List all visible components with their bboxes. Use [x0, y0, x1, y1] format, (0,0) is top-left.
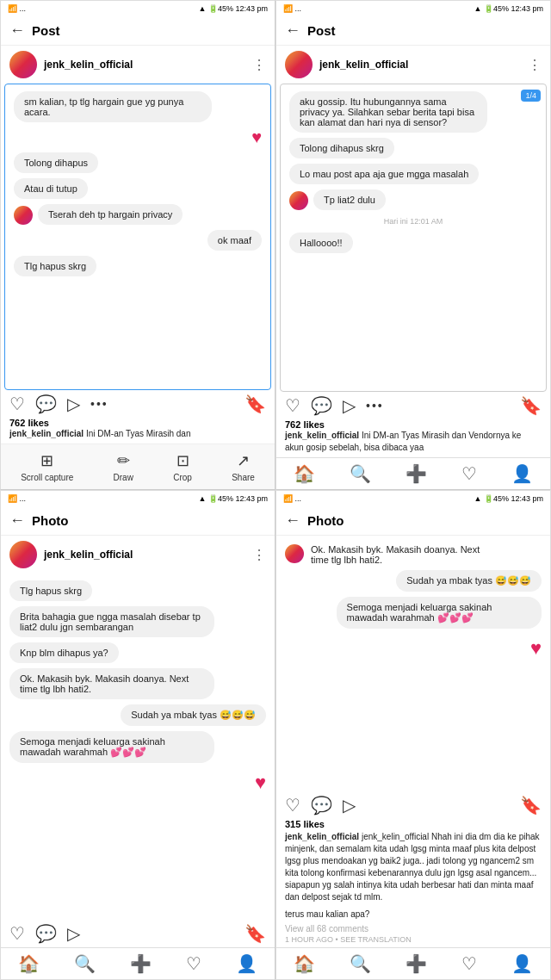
msg-1-4: Tserah deh tp hargain privacy — [38, 204, 183, 225]
home-nav-3[interactable]: 🏠 — [18, 953, 40, 974]
more-options-1[interactable]: ⋮ — [252, 57, 266, 73]
msg-3-4: Ok. Makasih byk. Makasih doanya. Next ti… — [9, 668, 214, 699]
caption-1: jenk_kelin_official Ini DM-an Tyas Miras… — [1, 428, 275, 443]
comment-icon-4[interactable]: 💬 — [311, 795, 332, 816]
status-bar-1: 📶 ... ▲ 🔋45% 12:43 pm — [1, 1, 275, 16]
actions-row-1: ♡ 💬 ▷ ••• 🔖 — [1, 390, 275, 418]
caption-username-4: jenk_kelin_official — [285, 832, 359, 841]
username-1[interactable]: jenk_kelin_official — [44, 59, 245, 71]
status-time-4: ▲ 🔋45% 12:43 pm — [474, 494, 543, 503]
avatar-1 — [9, 51, 37, 78]
add-nav-4[interactable]: ➕ — [406, 953, 427, 974]
small-avatar-2 — [289, 191, 308, 210]
search-nav-2[interactable]: 🔍 — [350, 463, 371, 484]
share-btn[interactable]: ↗ Share — [232, 451, 255, 482]
caption-text-1: Ini DM-an Tyas Mirasih dan — [86, 429, 191, 438]
msg-1-6: Tlg hapus skrg — [14, 256, 96, 276]
share-icon-2[interactable]: ▷ — [343, 395, 356, 416]
photo-title-3: Photo — [32, 513, 69, 528]
back-button-1[interactable]: ← — [9, 22, 25, 40]
comment-icon-3[interactable]: 💬 — [35, 923, 57, 944]
photo-title-4: Photo — [307, 513, 344, 528]
user-row-2: jenk_kelin_official ⋮ — [276, 46, 550, 84]
panel-bottom-left: 📶 ... ▲ 🔋45% 12:43 pm ← Photo jenk_kelin… — [0, 490, 276, 980]
add-nav-3[interactable]: ➕ — [130, 953, 152, 974]
status-icons-2: 📶 ... — [283, 4, 301, 13]
timestamp-2: Hari ini 12:01 AM — [289, 217, 537, 226]
bookmark-icon-4[interactable]: 🔖 — [520, 795, 542, 816]
likes-count-4: 315 likes — [276, 819, 550, 829]
more-action-1[interactable]: ••• — [90, 397, 108, 411]
view-comments-4[interactable]: View all 68 comments — [276, 924, 550, 935]
page-badge: 1/4 — [521, 90, 541, 102]
status-left-1: 📶 ... — [8, 4, 26, 13]
like-icon-1[interactable]: ♡ — [9, 394, 25, 414]
post-header-1: ← Post — [1, 16, 275, 46]
like-icon-2[interactable]: ♡ — [285, 395, 300, 416]
status-right-3: ▲ 🔋45% 12:43 pm — [199, 494, 268, 503]
more-options-2[interactable]: ⋮ — [528, 57, 542, 73]
msg-4-1-row: Ok. Makasih byk. Makasih doanya. Next ti… — [285, 544, 542, 565]
more-action-2[interactable]: ••• — [366, 399, 384, 412]
long-caption-4: jenk_kelin_official jenk_kelin_official … — [276, 829, 550, 907]
actions-row-4: ♡ 💬 ▷ 🔖 — [276, 791, 550, 819]
status-left-3: 📶 ... — [8, 494, 26, 503]
search-nav-4[interactable]: 🔍 — [350, 953, 371, 974]
crop-label: Crop — [173, 473, 192, 482]
msg-3-3: Knp blm dihapus ya? — [9, 642, 119, 663]
post-title-1: Post — [32, 23, 266, 38]
profile-nav-2[interactable]: 👤 — [511, 463, 533, 484]
status-right-2: ▲ 🔋45% 12:43 pm — [474, 4, 543, 13]
home-nav-4[interactable]: 🏠 — [294, 953, 315, 974]
scroll-capture-btn[interactable]: ⊞ Scroll capture — [21, 451, 73, 482]
msg-2-2: Tolong dihapus skrg — [289, 138, 394, 158]
heart-nav-4[interactable]: ♡ — [461, 953, 477, 974]
back-button-4[interactable]: ← — [285, 512, 300, 530]
bookmark-icon-2[interactable]: 🔖 — [520, 395, 542, 416]
heart-nav-2[interactable]: ♡ — [461, 463, 477, 484]
avatar-2 — [285, 51, 313, 78]
heart-nav-3[interactable]: ♡ — [186, 953, 201, 974]
msg-1-1: sm kalian, tp tlg hargain gue yg punya a… — [14, 91, 212, 122]
draw-btn[interactable]: ✏ Draw — [114, 451, 133, 482]
status-bar-4: 📶 ... ▲ 🔋45% 12:43 pm — [276, 491, 550, 506]
panel-bottom-right: 📶 ... ▲ 🔋45% 12:43 pm ← Photo Ok. Makasi… — [276, 490, 551, 980]
username-2[interactable]: jenk_kelin_official — [319, 59, 521, 71]
msg-1-2: Tolong dihapus — [14, 152, 98, 173]
post-title-2: Post — [307, 23, 542, 38]
search-nav-3[interactable]: 🔍 — [74, 953, 96, 974]
share-icon-1[interactable]: ▷ — [67, 394, 80, 414]
msg-1-4-container: Tserah deh tp hargain privacy — [14, 204, 262, 225]
status-time-1: ▲ 🔋45% 12:43 pm — [199, 4, 268, 13]
share-icon-4[interactable]: ▷ — [343, 795, 356, 816]
scroll-capture-label: Scroll capture — [21, 473, 73, 482]
like-icon-3[interactable]: ♡ — [9, 923, 25, 944]
bookmark-icon-3[interactable]: 🔖 — [245, 923, 266, 944]
more-options-3[interactable]: ⋮ — [252, 547, 266, 563]
heart-reaction-4: ♥ — [530, 637, 542, 660]
caption-2: jenk_kelin_official Ini DM-an Tyas Miras… — [276, 430, 550, 457]
chat-area-3: Tlg hapus skrg Brita bahagia gue ngga ma… — [1, 574, 275, 920]
crop-btn[interactable]: ⊡ Crop — [173, 451, 192, 482]
comment-icon-2[interactable]: 💬 — [311, 395, 332, 416]
bottom-nav-2: 🏠 🔍 ➕ ♡ 👤 — [276, 457, 550, 489]
bookmark-icon-1[interactable]: 🔖 — [245, 394, 266, 414]
back-button-2[interactable]: ← — [285, 22, 300, 40]
caption-username-2: jenk_kelin_official — [285, 431, 359, 440]
home-nav-2[interactable]: 🏠 — [294, 463, 315, 484]
add-nav-2[interactable]: ➕ — [406, 463, 427, 484]
panel-top-right: 📶 ... ▲ 🔋45% 12:43 pm ← Post jenk_kelin_… — [276, 0, 551, 490]
username-3[interactable]: jenk_kelin_official — [44, 549, 245, 561]
back-button-3[interactable]: ← — [9, 512, 25, 530]
comment-icon-1[interactable]: 💬 — [35, 394, 57, 414]
profile-nav-3[interactable]: 👤 — [236, 953, 257, 974]
msg-4-3: Semoga menjadi keluarga sakinah mawadah … — [337, 597, 542, 629]
msg-2-3: Lo mau post apa aja gue mgga masalah — [289, 164, 479, 184]
like-icon-4[interactable]: ♡ — [285, 795, 300, 816]
status-right-1: ▲ 🔋45% 12:43 pm — [199, 4, 268, 13]
status-bar-3: 📶 ... ▲ 🔋45% 12:43 pm — [1, 491, 275, 506]
profile-nav-4[interactable]: 👤 — [511, 953, 533, 974]
msg-2-1: aku gossip. Itu hubungannya sama privacy… — [289, 91, 487, 133]
caption-text-4a: jenk_kelin_official Nhah ini dia dm dia … — [285, 832, 540, 902]
share-icon-3[interactable]: ▷ — [67, 923, 80, 944]
